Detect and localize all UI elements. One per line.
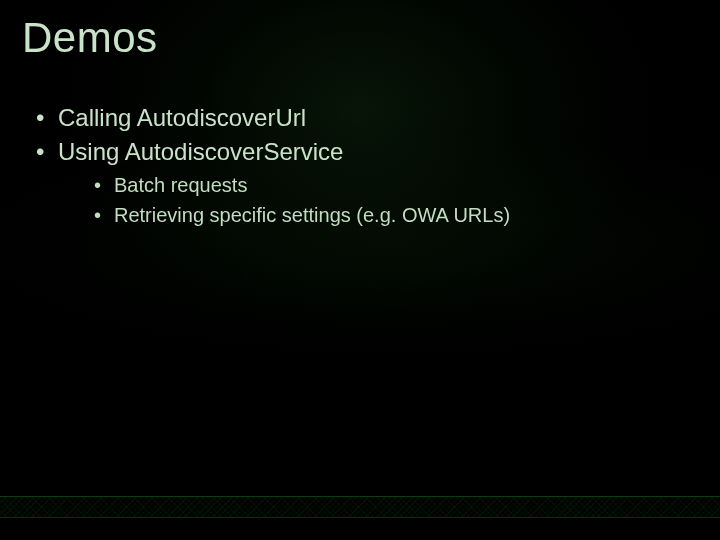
sub-bullet-item: Retrieving specific settings (e.g. OWA U… (90, 201, 690, 229)
sub-bullet-text: Retrieving specific settings (e.g. OWA U… (114, 204, 510, 226)
footer-black-strip (0, 518, 720, 540)
footer-decorative-band (0, 496, 720, 518)
bullet-item: Using AutodiscoverService Batch requests… (30, 136, 690, 228)
background-swirl (0, 0, 720, 540)
sub-bullet-text: Batch requests (114, 174, 247, 196)
sub-bullet-item: Batch requests (90, 171, 690, 199)
bullet-text: Using AutodiscoverService (58, 138, 343, 165)
footer-hatch (0, 497, 720, 517)
footer-line-top (0, 496, 720, 497)
slide-title: Demos (22, 14, 158, 62)
sub-bullet-list: Batch requests Retrieving specific setti… (58, 171, 690, 229)
bullet-item: Calling AutodiscoverUrl (30, 102, 690, 134)
slide-content: Calling AutodiscoverUrl Using Autodiscov… (30, 102, 690, 231)
bullet-list: Calling AutodiscoverUrl Using Autodiscov… (30, 102, 690, 229)
bullet-text: Calling AutodiscoverUrl (58, 104, 306, 131)
slide: Demos Calling AutodiscoverUrl Using Auto… (0, 0, 720, 540)
